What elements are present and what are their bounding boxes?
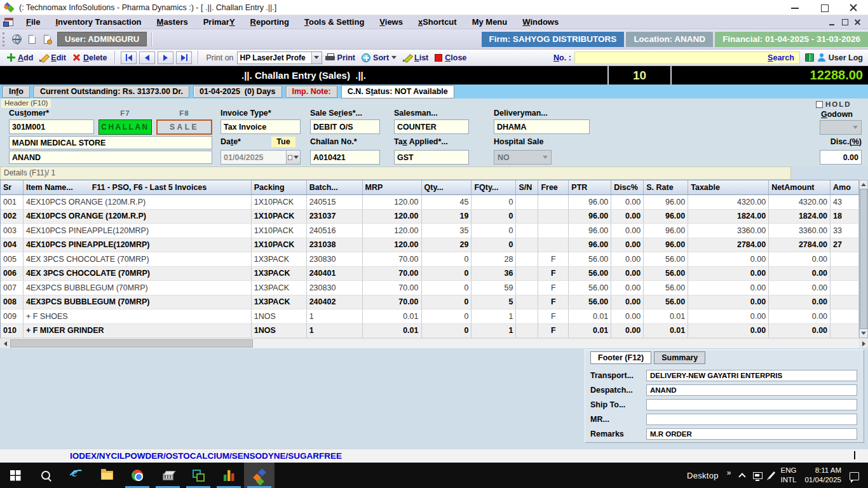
tax-applied-field[interactable]: GST [394, 150, 469, 165]
column-header-fqty[interactable]: FQty... [471, 180, 516, 194]
last-record-button[interactable] [176, 51, 192, 64]
tab-summary[interactable]: Summary [654, 351, 705, 364]
window-close-button[interactable] [839, 0, 868, 15]
column-header-mrp[interactable]: MRP [363, 180, 422, 194]
first-record-button[interactable] [121, 51, 137, 64]
close-button[interactable]: Close [431, 53, 470, 62]
scroll-up-button[interactable] [860, 180, 867, 189]
challan-mode-button[interactable]: CHALLAN [98, 119, 152, 135]
language-indicator[interactable]: ENG INTL [781, 466, 797, 485]
tab-c-n-status-not-available[interactable]: C.N. Status: NOT Available [341, 85, 454, 98]
footer-field-transport[interactable] [646, 370, 857, 381]
tab-imp-note[interactable]: Imp. Note: [286, 86, 337, 98]
footer-field-remarks[interactable] [646, 428, 857, 440]
table-row-006[interactable]: 0064EX 3PCS CHOCOLATE (70MRP)1X3PACK2404… [1, 267, 859, 281]
table-row-005[interactable]: 0054EX 3PCS CHOCOLATE (70MRP)1X3PACK2308… [1, 252, 859, 267]
tab-info[interactable]: Info [3, 86, 30, 98]
clock[interactable]: 8:11 AM 01/04/2025 [804, 466, 841, 485]
scroll-down-button[interactable] [860, 329, 867, 337]
tab-current-outstanding-rs-31373-00-dr[interactable]: Current Outstanding: Rs. 31373.00 Dr. [34, 86, 189, 98]
menu-item-primary[interactable]: PrimarY [196, 17, 243, 27]
next-record-button[interactable] [158, 51, 173, 64]
ledger-book-icon[interactable] [805, 53, 814, 62]
network-icon[interactable] [753, 472, 763, 479]
user-log-icon[interactable] [818, 53, 826, 62]
menu-item-views[interactable]: Views [372, 17, 410, 27]
delete-button[interactable]: Delete [69, 53, 111, 62]
date-picker-button[interactable] [286, 151, 300, 164]
customer-code-field[interactable]: 301M001 [9, 119, 94, 134]
date-field[interactable]: 01/04/2025 [220, 150, 301, 165]
footer-field-mr[interactable] [646, 414, 857, 425]
customer-city-field[interactable]: ANAND [9, 151, 212, 164]
column-header-batch[interactable]: Batch... [307, 180, 363, 194]
footer-field-despatch[interactable] [646, 384, 857, 396]
edit-button[interactable]: Edit [36, 53, 69, 62]
table-row-009[interactable]: 009+ F SHOES1NOS10.0101F0.010.000.010.00… [1, 309, 859, 324]
column-header-packing[interactable]: Packing [252, 180, 307, 194]
taskbar-chart-app-button[interactable] [214, 463, 244, 488]
user-log-button[interactable]: User Log [829, 53, 863, 62]
window-maximize-button[interactable] [810, 0, 839, 15]
hold-checkbox[interactable] [816, 101, 823, 108]
list-button[interactable]: List [400, 53, 431, 62]
search-button[interactable]: Search [763, 53, 799, 62]
grid-vertical-scrollbar[interactable] [859, 180, 868, 338]
column-header-ptr[interactable]: PTR [569, 180, 611, 194]
hospital-sale-select[interactable]: NO [494, 150, 552, 165]
invoice-type-field[interactable]: Tax Invoice [220, 119, 301, 134]
new-document-button[interactable] [24, 32, 39, 46]
column-header-item-name[interactable]: Item Name...F11 - PSO, F6 - Last 5 Invoi… [24, 180, 252, 194]
scroll-right-button[interactable] [859, 339, 868, 348]
window-minimize-button[interactable] [780, 0, 810, 15]
sale-series-field[interactable]: DEBIT O/S [310, 119, 380, 134]
taskbar-overflow-glyph[interactable]: » [727, 468, 731, 477]
taskbar-link-app-button[interactable] [183, 463, 214, 488]
desktop-label[interactable]: Desktop [687, 471, 719, 480]
grid-horizontal-scrollbar[interactable] [0, 338, 868, 348]
discount-field[interactable]: 0.00 [820, 150, 862, 165]
deliveryman-field[interactable]: DHAMA [494, 119, 590, 134]
horizontal-scroll-thumb[interactable] [10, 339, 253, 348]
mdi-close-button[interactable] [852, 18, 863, 27]
print-button[interactable]: Print [322, 53, 358, 62]
table-row-008[interactable]: 0084EX3PCS BUBBLEGUM (70MRP)1X3PACK24040… [1, 295, 859, 310]
menu-item-inventory-transaction[interactable]: Inventory Transaction [48, 17, 149, 27]
godown-select[interactable] [820, 120, 862, 135]
scroll-left-button[interactable] [0, 339, 10, 348]
menu-item-my-menu[interactable]: My Menu [465, 17, 515, 27]
table-row-003[interactable]: 0034EX10PCS PINEAPPLE(120MRP)1X10PACK240… [1, 224, 859, 238]
table-row-010[interactable]: 010+ F MIXER GRINDER1NOS10.0101F0.010.00… [1, 324, 859, 339]
taskbar-file-explorer-button[interactable] [92, 463, 122, 488]
table-row-002[interactable]: 0024EX10PCS ORANGE (120M.R.P)1X10PACK231… [1, 210, 859, 224]
sale-mode-button[interactable]: SALE [156, 119, 212, 135]
column-header-amo[interactable]: Amo [831, 180, 859, 194]
menu-item-windows[interactable]: Windows [515, 17, 566, 27]
column-header-sr[interactable]: Sr [1, 180, 24, 194]
search-input[interactable] [575, 52, 763, 64]
preview-document-button[interactable] [39, 32, 55, 46]
add-button[interactable]: Add [4, 53, 36, 62]
notification-center-icon[interactable] [850, 472, 859, 480]
mdi-restore-button[interactable] [839, 18, 850, 27]
customer-name-field[interactable]: MADNI MEDICAL STORE [9, 136, 212, 149]
table-row-001[interactable]: 0014EX10PCS ORANGE (120M.R.P)1X10PACK240… [1, 195, 859, 210]
taskbar-search-button[interactable] [31, 463, 61, 488]
home-button[interactable] [9, 32, 24, 46]
taskbar-pharma-dynamics-button[interactable] [244, 463, 275, 488]
taskbar-start-button[interactable] [0, 463, 31, 488]
vertical-scroll-thumb[interactable] [860, 189, 867, 329]
column-header-free[interactable]: Free [538, 180, 569, 194]
taskbar-printer-app-button[interactable] [153, 463, 183, 488]
sort-button[interactable]: Sort [358, 53, 400, 62]
printer-select[interactable]: HP LaserJet Profe [237, 51, 322, 64]
hold-option[interactable]: HOLD [816, 100, 851, 108]
previous-record-button[interactable] [139, 51, 155, 64]
mdi-minimize-button[interactable] [827, 18, 837, 27]
salesman-field[interactable]: COUNTER [394, 119, 469, 134]
column-header-disc[interactable]: Disc% [611, 180, 644, 194]
taskbar-chrome-button[interactable] [122, 463, 153, 488]
show-hidden-icons-button[interactable] [738, 473, 745, 480]
tab-footer-f12[interactable]: Footer (F12) [590, 351, 651, 364]
menu-item-masters[interactable]: Masters [149, 17, 196, 27]
